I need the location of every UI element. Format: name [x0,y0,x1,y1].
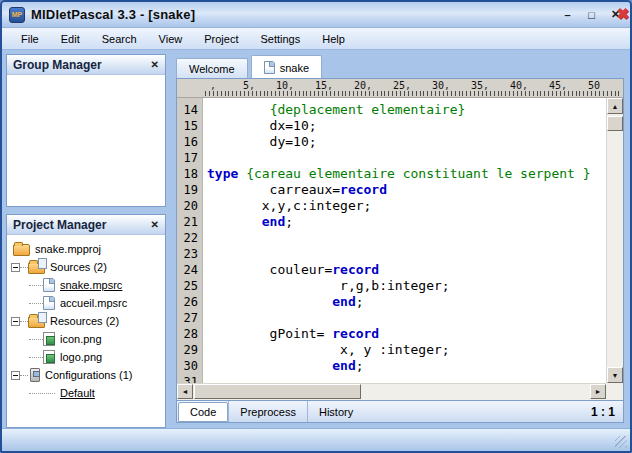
view-tab-code[interactable]: Code [178,402,228,422]
code-line[interactable]: x,y,c:integer; [207,198,606,214]
comment-token: {deplacement elementaire} [270,102,466,117]
tree-item-logo-png[interactable]: logo.png [7,348,165,366]
code-line[interactable]: end; [207,358,606,374]
code-line[interactable]: end; [207,214,606,230]
horizontal-scroll-thumb[interactable] [194,384,361,399]
tree-expander-icon[interactable] [11,263,20,272]
tree-item-resources-2[interactable]: Resources (2) [7,312,165,330]
ruler-minor-mark: , [561,80,567,91]
menu-item-edit[interactable]: Edit [50,30,91,48]
code-editor: ,5,10,15,20,25,30,35,40,45,50 1415161718… [176,78,624,401]
minimize-button[interactable]: – [560,7,575,22]
code-line[interactable] [207,246,606,262]
code-line[interactable]: r,g,b:integer; [207,278,606,294]
group-manager-close-icon[interactable]: ✕ [151,59,159,70]
scroll-left-icon[interactable]: ◄ [177,384,193,399]
ruler-minor-mark: , [405,80,411,91]
scroll-right-icon[interactable]: ► [590,384,606,399]
line-number: 19 [177,182,198,198]
code-line[interactable]: {deplacement elementaire} [207,102,606,118]
tab-snake[interactable]: snake [251,55,322,79]
vertical-scroll-thumb[interactable] [607,116,623,131]
maximize-button[interactable]: □ [584,7,599,22]
title-bar[interactable]: MP MIDletPascal 3.3 - [snake] – □ ✕ [2,2,630,28]
tree-connector [29,393,55,394]
line-number: 21 [177,214,198,230]
line-number: 31 [177,374,198,383]
tree-expander-icon[interactable] [11,371,20,380]
code-line[interactable] [207,150,606,166]
folder-docs-icon [28,262,45,274]
vertical-scrollbar[interactable]: ▲ ▼ [606,98,623,383]
code-line[interactable] [207,374,606,383]
tree-item-configurations-1[interactable]: Configurations (1) [7,366,165,384]
view-tab-history[interactable]: History [307,401,364,422]
scroll-up-icon[interactable]: ▲ [607,98,623,114]
document-tab-bar: Welcomesnake [176,54,624,79]
ruler-cell: ,35 [444,80,483,91]
menu-item-help[interactable]: Help [311,30,356,48]
code-line[interactable] [207,310,606,326]
tab-label: Welcome [189,63,235,75]
keyword-token: end [262,214,285,229]
project-manager-title: Project Manager [13,218,106,232]
menu-item-project[interactable]: Project [193,30,249,48]
tree-expander-icon[interactable] [11,317,20,326]
code-line[interactable]: carreaux=record [207,182,606,198]
menu-item-file[interactable]: File [10,30,50,48]
tree-item-label: accueil.mpsrc [60,297,127,309]
scroll-down-icon[interactable]: ▼ [607,367,623,383]
group-manager-panel: Group Manager ✕ [6,54,166,207]
tree-item-snake-mpsrc[interactable]: snake.mpsrc [7,276,165,294]
line-number: 18 [177,166,198,182]
line-number: 27 [177,310,198,326]
menu-item-settings[interactable]: Settings [249,30,311,48]
menu-item-view[interactable]: View [148,30,194,48]
project-manager-close-icon[interactable]: ✕ [151,219,159,230]
keyword-token: end [332,358,355,373]
code-line[interactable]: type {careau elementaire constituant le … [207,166,606,182]
project-manager-header: Project Manager ✕ [7,215,165,235]
view-tab-preprocess[interactable]: Preprocess [228,401,307,422]
tree-item-sources-2[interactable]: Sources (2) [7,258,165,276]
code-line[interactable]: x, y :integer; [207,342,606,358]
ruler-number: 30 [432,80,444,91]
horizontal-scrollbar[interactable]: ◄ ► [177,383,606,400]
tree-item-accueil-mpsrc[interactable]: accueil.mpsrc [7,294,165,312]
code-line[interactable]: end; [207,294,606,310]
tree-connector [29,339,43,340]
ruler-number: 25 [393,80,405,91]
tree-item-icon-png[interactable]: icon.png [7,330,165,348]
editor-ruler: ,5,10,15,20,25,30,35,40,45,50 [177,79,623,98]
resize-grip-icon[interactable] [615,436,627,448]
tree-item-label: Configurations (1) [45,369,132,381]
ruler-cell: ,50 [561,80,600,91]
ruler-minor-mark: , [522,80,528,91]
code-text-area[interactable]: {deplacement elementaire} dx=10; dy=10;t… [203,98,606,383]
code-token: r,g,b:integer; [207,278,450,293]
code-token: carreaux= [207,182,340,197]
line-number: 30 [177,358,198,374]
page-icon [43,278,55,292]
group-manager-body[interactable] [7,75,165,206]
ruler-ticks [205,91,621,96]
line-number: 26 [177,294,198,310]
ruler-cell: ,5 [210,80,249,91]
code-line[interactable]: dy=10; [207,134,606,150]
tab-welcome[interactable]: Welcome [176,58,248,79]
tree-item-default[interactable]: Default [7,384,165,402]
menu-item-search[interactable]: Search [91,30,148,48]
group-manager-title: Group Manager [13,58,102,72]
code-token: couleur= [207,262,332,277]
code-line[interactable]: dx=10; [207,118,606,134]
code-line[interactable] [207,230,606,246]
scrollbar-corner [606,383,623,400]
line-number-gutter: 141516171819202122232425262728293031 [177,98,203,383]
close-document-icon[interactable]: ✖ [616,5,629,23]
code-line[interactable]: couleur=record [207,262,606,278]
tree-connector [29,285,43,286]
comment-token: {careau elementaire constituant le serpe… [246,166,590,181]
code-line[interactable]: gPoint= record [207,326,606,342]
code-token [207,102,270,117]
tree-item-snake-mpproj[interactable]: snake.mpproj [7,240,165,258]
